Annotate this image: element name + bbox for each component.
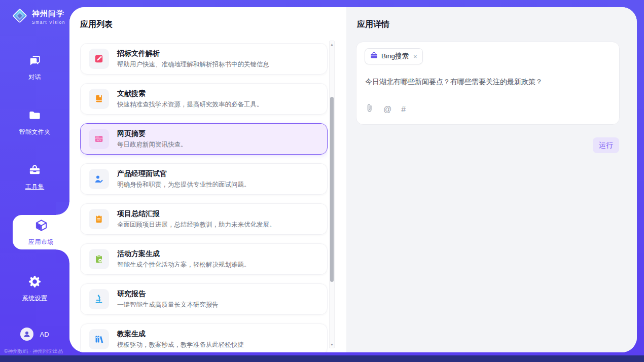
- tool-chip-bing-search[interactable]: Bing搜索 ×: [365, 48, 423, 64]
- app-card-desc: 每日政府新闻资讯快查。: [117, 140, 187, 149]
- folder-icon: [28, 108, 42, 124]
- gear-icon: [28, 275, 42, 291]
- toolbox-icon: [28, 163, 42, 179]
- brand: 神州问学 Smart Vision: [11, 7, 65, 26]
- sidebar-item-settings[interactable]: 系统设置: [0, 273, 69, 304]
- scrollbar-thumb[interactable]: [330, 97, 334, 282]
- scrollbar[interactable]: ▲ ▼: [329, 41, 335, 348]
- sidebar: 神州问学 Smart Vision 对话 智能文件夹: [0, 0, 69, 362]
- interviewer-icon: [89, 169, 109, 189]
- app-card[interactable]: 教案生成 模板驱动，教案秒成，教学准备从此轻松快捷: [80, 323, 328, 352]
- books-icon: [89, 329, 109, 349]
- sidebar-item-smart-folder[interactable]: 智能文件夹: [0, 106, 69, 138]
- chat-icon: [28, 54, 42, 69]
- app-card-title: 文献搜索: [117, 89, 263, 98]
- scroll-down-icon[interactable]: ▼: [330, 343, 334, 346]
- browser-code-icon: </>: [89, 129, 109, 149]
- sidebar-item-label: 智能文件夹: [19, 128, 51, 136]
- microscope-icon: [89, 289, 109, 309]
- copyright-footer: ©神州数码 · 神州问学出品: [4, 348, 63, 355]
- sidebar-item-label: 对话: [28, 73, 41, 82]
- app-card-title: 产品经理面试官: [117, 169, 251, 178]
- app-card-title: 研究报告: [117, 289, 219, 299]
- prompt-text[interactable]: 今日湖北有哪些新闻要点？有哪些需要关注的最新政策？: [365, 77, 609, 87]
- sidebar-item-app-market[interactable]: 应用市场: [13, 215, 69, 249]
- user-name: AD: [40, 331, 49, 338]
- app-card-desc: 快速精准查找学术资源，提高研究效率的必备工具。: [117, 100, 263, 109]
- book-icon: [89, 89, 109, 109]
- scroll-up-icon[interactable]: ▲: [330, 43, 334, 46]
- main-content: 应用列表 招标文件解析 帮助用户快速、准确地理解和解析招标书中的关键信息: [69, 7, 637, 352]
- edit-doc-icon: [89, 49, 109, 69]
- bottom-bar: [0, 355, 644, 362]
- app-card-desc: 一键智能生成高质量长文本研究报告: [117, 301, 219, 309]
- app-card-desc: 明确身份和职责，为您提供专业性的面试问题。: [117, 180, 251, 189]
- sidebar-item-chat[interactable]: 对话: [0, 52, 69, 83]
- brand-logo-icon: [11, 7, 28, 26]
- app-card[interactable]: 产品经理面试官 明确身份和职责，为您提供专业性的面试问题。: [80, 163, 328, 195]
- app-card[interactable]: 文献搜索 快速精准查找学术资源，提高研究效率的必备工具。: [80, 83, 328, 115]
- app-card-desc: 模板驱动，教案秒成，教学准备从此轻松快捷: [117, 341, 244, 349]
- app-card-title: 招标文件解析: [117, 49, 269, 58]
- app-card-title: 教案生成: [117, 330, 244, 339]
- run-button[interactable]: 运行: [593, 137, 619, 153]
- sidebar-item-label: 系统设置: [22, 294, 48, 303]
- cube-icon: [34, 219, 48, 234]
- mention-icon[interactable]: @: [383, 105, 391, 114]
- sidebar-item-toolset[interactable]: 工具集: [0, 161, 69, 193]
- app-card-desc: 全面回顾项目进展，总结经验教训，助力未来优化发展。: [117, 221, 276, 229]
- app-card-title: 网页摘要: [117, 129, 187, 138]
- app-detail-title: 应用详情: [357, 19, 389, 30]
- app-card-desc: 帮助用户快速、准确地理解和解析招标书中的关键信息: [117, 60, 269, 69]
- app-card[interactable]: 项目总结汇报 全面回顾项目进展，总结经验教训，助力未来优化发展。: [80, 203, 328, 235]
- svg-text:</>: </>: [97, 139, 101, 141]
- brand-name: 神州问学: [32, 9, 65, 19]
- hash-icon[interactable]: #: [401, 105, 406, 114]
- app-card-list: 招标文件解析 帮助用户快速、准确地理解和解析招标书中的关键信息 文献搜索: [80, 43, 328, 352]
- user-account[interactable]: AD: [0, 328, 69, 341]
- app-card-selected[interactable]: </> 网页摘要 每日政府新闻资讯快查。: [80, 123, 328, 155]
- paperclip-icon[interactable]: [365, 103, 374, 115]
- app-list-panel: 应用列表 招标文件解析 帮助用户快速、准确地理解和解析招标书中的关键信息: [69, 7, 346, 352]
- app-card[interactable]: 招标文件解析 帮助用户快速、准确地理解和解析招标书中的关键信息: [80, 43, 328, 75]
- briefcase-icon: [370, 52, 378, 61]
- app-detail-panel: 应用详情 Bing搜索 × 今日湖北有哪些新闻要点？有哪些需要关注的最新政策？: [346, 7, 637, 352]
- clipboard-check-icon: [89, 249, 109, 269]
- attachment-toolbar: @ #: [365, 103, 406, 115]
- sidebar-item-label: 工具集: [25, 183, 45, 191]
- notepad-icon: [89, 209, 109, 229]
- app-card-title: 项目总结汇报: [117, 209, 276, 219]
- chip-close-icon[interactable]: ×: [413, 53, 417, 60]
- brand-subtitle: Smart Vision: [32, 20, 65, 25]
- app-card-title: 活动方案生成: [117, 249, 251, 259]
- app-card[interactable]: 研究报告 一键智能生成高质量长文本研究报告: [80, 283, 328, 315]
- app-list-title: 应用列表: [80, 19, 113, 30]
- app-card[interactable]: 活动方案生成 智能生成个性化活动方案，轻松解决规划难题。: [80, 243, 328, 275]
- prompt-card[interactable]: Bing搜索 × 今日湖北有哪些新闻要点？有哪些需要关注的最新政策？ @ #: [356, 42, 620, 125]
- tool-chip-label: Bing搜索: [381, 52, 409, 61]
- app-root: 神州问学 Smart Vision 对话 智能文件夹: [0, 0, 644, 362]
- app-card-desc: 智能生成个性化活动方案，轻松解决规划难题。: [117, 261, 251, 269]
- sidebar-item-label: 应用市场: [28, 238, 54, 246]
- avatar: [20, 328, 33, 341]
